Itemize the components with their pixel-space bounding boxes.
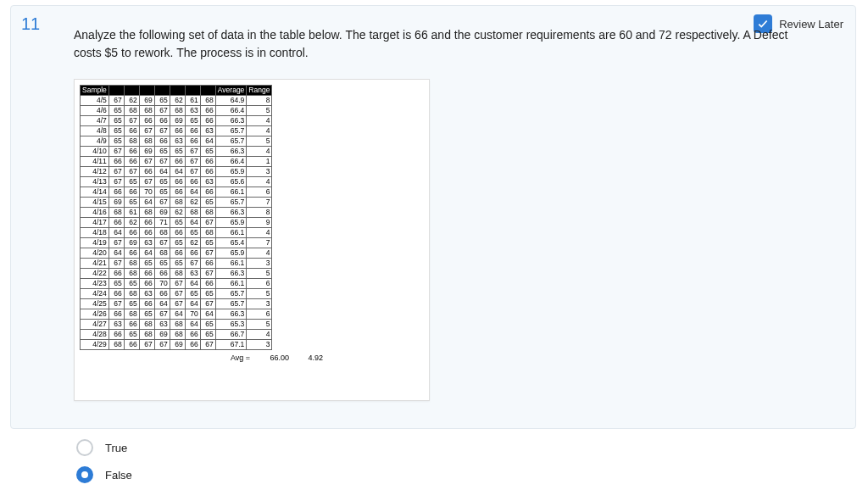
table-row: 4/166861686962686866.38 — [81, 208, 272, 218]
option-false-label: False — [105, 469, 132, 482]
table-row: 4/96568686663666465.75 — [81, 136, 272, 147]
radio-icon — [76, 439, 93, 456]
table-row: 4/56762696562616864.98 — [81, 96, 272, 106]
col-sample: Sample — [81, 86, 109, 96]
table-row: 4/106766696565676566.34 — [81, 147, 272, 157]
col-average: Average — [215, 86, 247, 96]
table-row: 4/216768656565676666.13 — [81, 259, 272, 269]
table-footer: Avg = 66.00 4.92 — [80, 354, 424, 362]
footer-label: Avg = — [80, 354, 255, 362]
table-row: 4/246668636667656565.75 — [81, 289, 272, 299]
table-row: 4/276366686368646565.35 — [81, 320, 272, 330]
table-row: 4/296866676769666767.13 — [81, 340, 272, 350]
data-table-container: Sample Average Range 4/56762696562616864… — [74, 79, 430, 401]
data-table: Sample Average Range 4/56762696562616864… — [80, 85, 272, 350]
table-header-row: Sample Average Range — [81, 86, 272, 96]
table-row: 4/66568686768636666.45 — [81, 106, 272, 116]
option-false[interactable]: False — [76, 466, 132, 483]
question-card: 11 Review Later Analyze the following se… — [10, 5, 856, 429]
question-number: 11 — [21, 14, 40, 34]
table-row: 4/196769636765626565.47 — [81, 238, 272, 248]
table-row: 4/146666706566646666.16 — [81, 187, 272, 198]
table-row: 4/236565667067646666.16 — [81, 279, 272, 289]
table-row: 4/206466646866666765.94 — [81, 248, 272, 259]
table-row: 4/256765666467646765.73 — [81, 299, 272, 309]
table-row: 4/186466666866656866.14 — [81, 228, 272, 238]
table-row: 4/136765676566666365.64 — [81, 177, 272, 187]
table-row: 4/286665686968666566.74 — [81, 330, 272, 340]
table-row: 4/156965646768626565.77 — [81, 198, 272, 208]
table-row: 4/176662667165646765.99 — [81, 218, 272, 228]
col-range: Range — [247, 86, 272, 96]
option-true[interactable]: True — [76, 439, 132, 456]
option-true-label: True — [105, 442, 127, 454]
footer-avg: 66.00 — [255, 354, 289, 362]
table-row: 4/266668656764706466.36 — [81, 309, 272, 320]
table-row: 4/226668666668636766.35 — [81, 269, 272, 279]
question-stage: 11 Review Later Analyze the following se… — [0, 0, 868, 490]
table-row: 4/76567666669656666.34 — [81, 116, 272, 126]
radio-icon — [76, 466, 93, 483]
question-prompt: Analyze the following set of data in the… — [74, 26, 811, 62]
table-row: 4/116666676766676666.41 — [81, 157, 272, 167]
footer-range: 4.92 — [289, 354, 323, 362]
table-row: 4/126767666464676665.93 — [81, 167, 272, 177]
table-row: 4/86566676766666365.74 — [81, 126, 272, 136]
answer-options: True False — [76, 439, 132, 483]
